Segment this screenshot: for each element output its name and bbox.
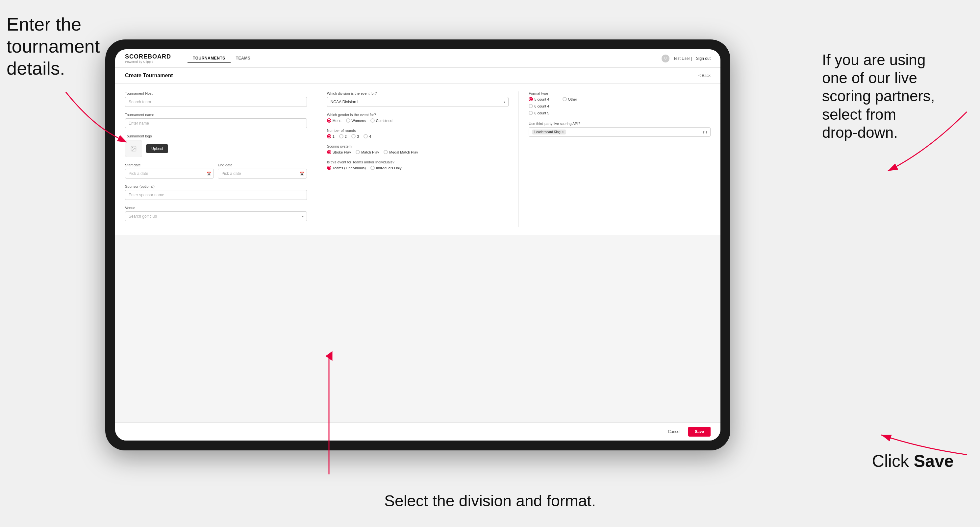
nav-tab-tournaments[interactable]: TOURNAMENTS	[188, 54, 231, 63]
division-select[interactable]: NCAA Division I	[327, 97, 509, 107]
logo-title: SCOREBOARD	[125, 53, 171, 60]
end-date-wrapper: 📅	[218, 169, 307, 178]
format-other-col: Other	[563, 97, 578, 115]
gender-radio-mens[interactable]: Mens	[327, 118, 342, 123]
radio-dot-medal	[383, 150, 388, 154]
col-divider-1	[317, 91, 317, 227]
division-group: Which division is the event for? NCAA Di…	[327, 91, 509, 107]
rounds-radio-1[interactable]: 1	[327, 134, 334, 138]
start-date-wrapper: 📅	[125, 169, 214, 178]
logo-label: Tournament logo	[125, 134, 307, 138]
gender-radio-group: Mens Womens Combined	[327, 118, 509, 123]
logo-block: SCOREBOARD Powered by Clipp'd	[125, 53, 171, 63]
scoring-radio-stroke[interactable]: Stroke Play	[327, 150, 351, 154]
format-label-6count4: 6 count 4	[534, 104, 549, 108]
save-button[interactable]: Save	[688, 427, 711, 437]
cancel-button[interactable]: Cancel	[664, 427, 684, 436]
live-scoring-input[interactable]: Leaderboard King × ⬆⬇	[529, 127, 711, 137]
format-radio-5count4[interactable]: 5 count 4	[529, 97, 549, 101]
gender-radio-combined[interactable]: Combined	[371, 118, 393, 123]
scoring-group: Scoring system Stroke Play Match Play	[327, 144, 509, 154]
gender-label-womens: Womens	[352, 119, 366, 123]
format-row-2: 6 count 5	[529, 111, 549, 115]
teams-group: Is this event for Teams and/or Individua…	[327, 160, 509, 170]
format-radio-6count4[interactable]: 6 count 4	[529, 104, 549, 108]
start-date-label: Start date	[125, 163, 214, 167]
svg-point-1	[132, 147, 133, 148]
back-button[interactable]: < Back	[698, 73, 711, 78]
form-col-2: Which division is the event for? NCAA Di…	[327, 91, 509, 227]
annotation-top-right: If you are usingone of our livescoring p…	[822, 51, 974, 142]
format-radio-6count5[interactable]: 6 count 5	[529, 111, 549, 115]
format-label-other: Other	[568, 97, 578, 101]
teams-radio-group: Teams (+Individuals) Individuals Only	[327, 166, 509, 170]
format-row-1: 6 count 4	[529, 104, 549, 108]
annotation-save-bold: Save	[914, 451, 954, 470]
end-date-label: End date	[218, 163, 307, 167]
host-input[interactable]	[125, 97, 307, 107]
col-divider-2	[519, 91, 519, 227]
header-right: U Test User | Sign out	[662, 55, 711, 62]
teams-radio-teams[interactable]: Teams (+Individuals)	[327, 166, 366, 170]
calendar-icon: 📅	[207, 171, 211, 176]
rounds-label-3: 3	[357, 135, 359, 138]
host-group: Tournament Host	[125, 91, 307, 107]
scoring-radio-group: Stroke Play Match Play Medal Match Play	[327, 150, 509, 154]
radio-dot-individuals	[371, 166, 375, 170]
scoring-radio-medal[interactable]: Medal Match Play	[383, 150, 418, 154]
gender-label-mens: Mens	[332, 119, 342, 123]
form-footer: Cancel Save	[115, 422, 721, 441]
scoring-label-stroke: Stroke Play	[332, 150, 351, 154]
start-date-field: Start date 📅	[125, 163, 214, 178]
format-label: Format type	[529, 91, 711, 95]
page-title: Create Tournament	[125, 73, 173, 79]
app-container: SCOREBOARD Powered by Clipp'd TOURNAMENT…	[115, 49, 721, 441]
radio-dot-match	[356, 150, 360, 154]
radio-dot-6c4	[529, 104, 533, 108]
rounds-radio-3[interactable]: 3	[352, 134, 359, 138]
annotation-top-left: Enter thetournamentdetails.	[6, 13, 100, 79]
teams-label-individuals: Individuals Only	[376, 166, 402, 170]
radio-dot-womens	[346, 118, 350, 123]
scoring-label-medal: Medal Match Play	[389, 150, 418, 154]
sponsor-input[interactable]	[125, 190, 307, 200]
annotation-bottom-right: Click Save	[872, 451, 954, 471]
teams-radio-individuals[interactable]: Individuals Only	[371, 166, 402, 170]
rounds-radio-2[interactable]: 2	[339, 134, 347, 138]
live-scoring-tag-close[interactable]: ×	[562, 130, 564, 134]
end-date-input[interactable]	[218, 169, 307, 178]
logo-group: Tournament logo Upload	[125, 134, 307, 157]
nav-tab-teams[interactable]: TEAMS	[231, 54, 256, 63]
signout-link[interactable]: Sign out	[696, 56, 711, 61]
venue-label: Venue	[125, 206, 307, 210]
teams-label: Is this event for Teams and/or Individua…	[327, 160, 509, 164]
format-label-6count5: 6 count 5	[534, 111, 549, 115]
radio-dot-5c4	[529, 97, 533, 101]
page-header: Create Tournament < Back	[115, 68, 721, 84]
division-label: Which division is the event for?	[327, 91, 509, 95]
start-date-input[interactable]	[125, 169, 214, 178]
radio-dot-r3	[352, 134, 356, 138]
live-scoring-label: Use third-party live scoring API?	[529, 122, 711, 125]
format-label-5count4: 5 count 4	[534, 97, 549, 101]
rounds-label: Number of rounds	[327, 129, 509, 132]
radio-dot-r2	[339, 134, 344, 138]
format-options-row: 5 count 4 6 count 4	[529, 97, 711, 115]
rounds-label-2: 2	[345, 135, 347, 138]
upload-button[interactable]: Upload	[146, 144, 168, 153]
teams-label-teams: Teams (+Individuals)	[332, 166, 366, 170]
venue-input[interactable]	[125, 211, 307, 221]
form-body: Tournament Host Tournament name Tourname…	[115, 84, 721, 235]
gender-radio-womens[interactable]: Womens	[346, 118, 366, 123]
rounds-radio-4[interactable]: 4	[364, 134, 371, 138]
logo-subtitle: Powered by Clipp'd	[125, 60, 171, 63]
scoring-radio-match[interactable]: Match Play	[356, 150, 379, 154]
calendar-icon-2: 📅	[300, 171, 304, 176]
logo-upload-area: Upload	[125, 140, 307, 157]
format-radio-other[interactable]: Other	[563, 97, 578, 101]
name-input[interactable]	[125, 118, 307, 128]
form-col-1: Tournament Host Tournament name Tourname…	[125, 91, 307, 227]
radio-dot-r4	[364, 134, 368, 138]
arrow-bottom-right	[783, 395, 980, 494]
tablet-screen: SCOREBOARD Powered by Clipp'd TOURNAMENT…	[115, 49, 721, 441]
